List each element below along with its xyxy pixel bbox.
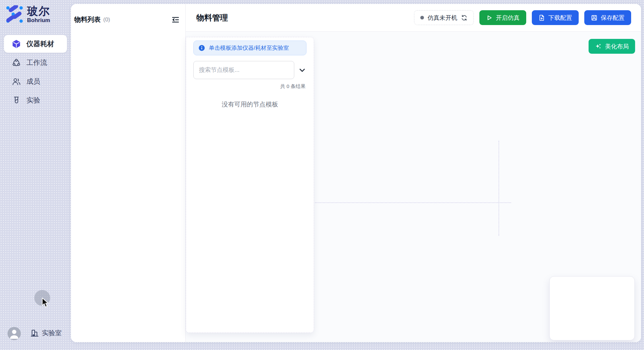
brand-name-en: Bohrium	[27, 17, 50, 24]
canvas-minimap[interactable]	[549, 276, 635, 340]
start-simulation-button[interactable]: 开启仿真	[479, 10, 526, 25]
collapse-panel-icon[interactable]	[171, 15, 180, 24]
materials-panel-header: 物料列表 (0)	[71, 4, 185, 24]
brand-name-cn: 玻尔	[27, 5, 50, 17]
page-header: 物料管理 仿真未开机 开启仿真	[186, 4, 641, 32]
sidebar-item-instruments[interactable]: 仪器耗材	[4, 35, 67, 53]
info-icon	[199, 45, 205, 51]
building-icon	[30, 329, 39, 337]
sidebar-item-label: 实验	[26, 96, 40, 105]
template-search-row	[193, 61, 306, 79]
materials-panel: 物料列表 (0)	[71, 4, 186, 342]
templates-hint-text: 单击模板添加仪器/耗材至实验室	[209, 44, 289, 52]
workflow-icon	[12, 58, 21, 67]
sidebar-item-workflow[interactable]: 工作流	[4, 54, 67, 72]
page-title: 物料管理	[196, 13, 228, 23]
user-avatar[interactable]	[8, 327, 21, 340]
status-dot	[420, 16, 424, 19]
materials-count: (0)	[103, 16, 110, 23]
canvas-guide-horizontal	[315, 202, 511, 203]
canvas-guide-vertical	[499, 141, 499, 236]
mouse-cursor	[42, 298, 50, 309]
save-config-label: 保存配置	[601, 14, 625, 22]
brand-text: 玻尔 Bohrium	[27, 5, 50, 24]
chevron-down-icon[interactable]	[298, 66, 306, 74]
sidebar-footer: 实验室	[0, 327, 71, 347]
template-search-input[interactable]	[193, 61, 294, 79]
play-icon	[486, 15, 493, 21]
lab-label: 实验室	[42, 329, 62, 337]
simulation-status-pill[interactable]: 仿真未开机	[414, 10, 474, 25]
bohrium-logo-icon	[5, 5, 24, 24]
lab-switcher[interactable]: 实验室	[30, 329, 62, 337]
download-config-label: 下载配置	[548, 14, 572, 22]
sidebar-nav: 仪器耗材 工作流 成员	[4, 35, 67, 109]
beautify-layout-label: 美化布局	[605, 43, 629, 50]
avatar-person-icon	[8, 327, 21, 340]
file-download-icon	[538, 15, 545, 21]
simulation-status-label: 仿真未开机	[428, 14, 457, 22]
cube-icon	[12, 40, 21, 48]
save-icon	[591, 15, 597, 21]
members-icon	[12, 77, 21, 86]
node-templates-panel: 单击模板添加仪器/耗材至实验室 共 0 条结果 没有可用的节点模板	[186, 37, 314, 333]
refresh-icon[interactable]	[461, 15, 467, 21]
beautify-layout-button[interactable]: 美化布局	[589, 39, 635, 54]
sidebar-item-label: 工作流	[26, 58, 47, 67]
sidebar-item-label: 成员	[26, 77, 40, 86]
save-config-button[interactable]: 保存配置	[584, 10, 631, 25]
header-actions: 仿真未开机 开启仿真	[414, 10, 631, 25]
download-config-button[interactable]: 下载配置	[532, 10, 579, 25]
sidebar-item-label: 仪器耗材	[26, 39, 54, 48]
materials-title: 物料列表	[74, 15, 101, 24]
main-surface: 物料列表 (0) 物料管理 仿真未开机	[71, 4, 641, 342]
templates-empty-text: 没有可用的节点模板	[193, 100, 306, 109]
sparkles-icon	[595, 43, 602, 50]
sidebar-item-members[interactable]: 成员	[4, 73, 67, 90]
sidebar-item-experiment[interactable]: 实验	[4, 91, 67, 109]
experiment-icon	[12, 96, 21, 105]
templates-hint-banner[interactable]: 单击模板添加仪器/耗材至实验室	[193, 41, 306, 55]
canvas-area[interactable]: 单击模板添加仪器/耗材至实验室 共 0 条结果 没有可用的节点模板	[186, 32, 641, 342]
brand-logo[interactable]: 玻尔 Bohrium	[5, 5, 50, 24]
main-column: 物料管理 仿真未开机 开启仿真	[186, 4, 641, 342]
start-simulation-label: 开启仿真	[496, 14, 520, 22]
results-count: 共 0 条结果	[193, 83, 306, 90]
